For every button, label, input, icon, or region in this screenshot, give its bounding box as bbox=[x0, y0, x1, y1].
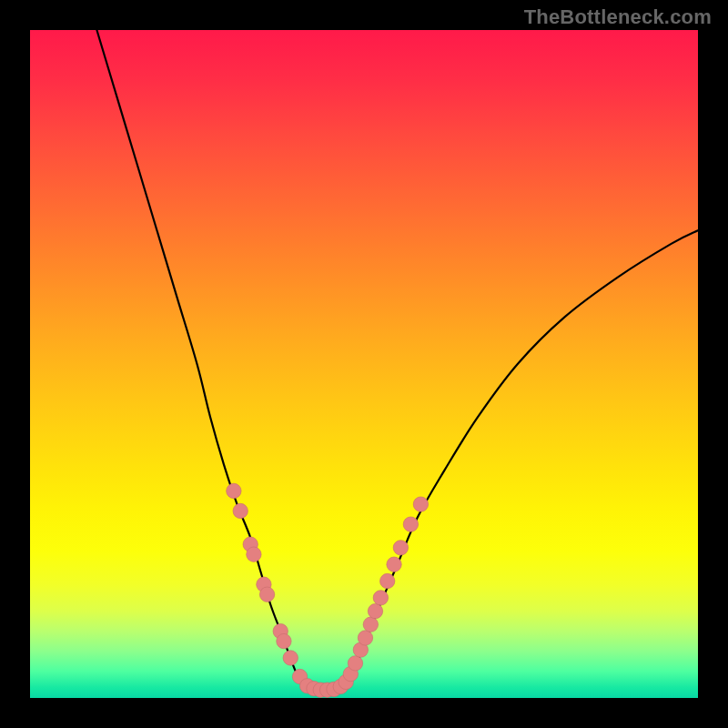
curve-right-arm bbox=[344, 230, 698, 688]
data-marker bbox=[368, 603, 382, 618]
chart-stage: TheBottleneck.com bbox=[0, 0, 728, 728]
data-marker bbox=[393, 541, 408, 555]
data-marker bbox=[363, 617, 378, 632]
data-marker bbox=[233, 503, 248, 518]
curve-left-arm bbox=[96, 30, 307, 688]
curve-group bbox=[96, 30, 698, 690]
data-marker bbox=[277, 633, 291, 648]
data-marker bbox=[259, 587, 274, 602]
data-marker bbox=[348, 656, 362, 671]
watermark-label: TheBottleneck.com bbox=[524, 5, 712, 29]
data-marker bbox=[227, 483, 241, 498]
chart-svg bbox=[30, 30, 698, 698]
data-marker bbox=[387, 557, 401, 571]
data-marker bbox=[358, 631, 372, 645]
data-marker bbox=[247, 547, 261, 561]
data-marker bbox=[403, 517, 418, 531]
data-marker bbox=[373, 591, 388, 605]
data-marker bbox=[283, 651, 298, 665]
data-marker bbox=[379, 573, 394, 588]
data-marker bbox=[413, 497, 428, 511]
marker-group bbox=[227, 483, 429, 697]
plot-area bbox=[30, 30, 698, 698]
